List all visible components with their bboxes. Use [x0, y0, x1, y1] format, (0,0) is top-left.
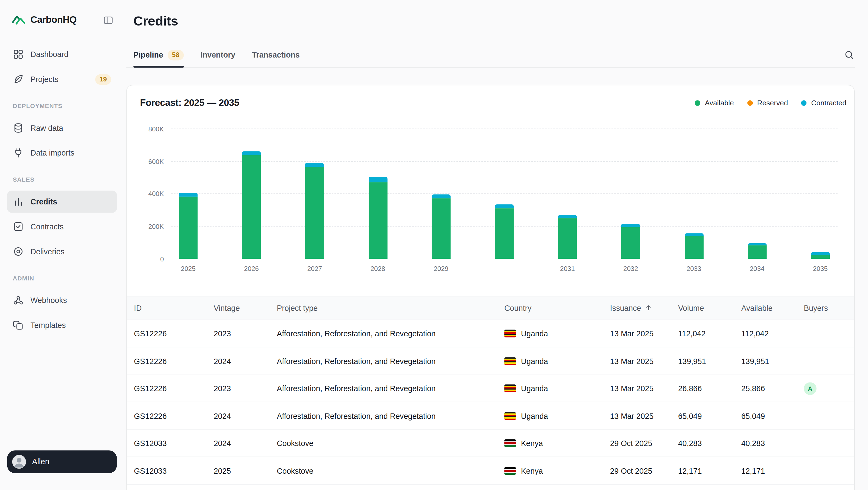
app-logo[interactable]: CarbonHQ — [11, 12, 77, 27]
column-header-issuance[interactable]: Issuance — [610, 304, 678, 313]
cell-issuance: 29 Oct 2025 — [610, 466, 678, 475]
sidebar-item-label: Templates — [30, 321, 66, 330]
x-axis-label: 2026 — [244, 265, 259, 272]
tabs-bar: Pipeline58InventoryTransactions — [126, 43, 855, 67]
legend-label: Reserved — [757, 99, 788, 107]
bar-2025[interactable]: 2025 — [179, 193, 197, 259]
sidebar-item-label: Raw data — [30, 123, 63, 133]
legend-item-reserved[interactable]: Reserved — [747, 99, 788, 107]
table-row[interactable]: GS122262023Afforestation, Reforestation,… — [127, 320, 854, 348]
deliveries-icon — [13, 246, 24, 257]
column-header-project-type[interactable]: Project type — [277, 304, 504, 313]
x-axis-label: 2032 — [623, 265, 638, 272]
contracts-icon — [13, 221, 24, 232]
bar-2029[interactable]: 2029 — [432, 194, 450, 259]
sidebar-item-deliveries[interactable]: Deliveries — [7, 240, 117, 263]
cell-volume: 112,042 — [678, 329, 741, 338]
bar-segment-contracted — [242, 151, 261, 155]
kenya-flag-icon — [504, 467, 516, 475]
table-row[interactable]: GS120332024CookstoveKenya29 Oct 202540,2… — [127, 430, 854, 457]
cell-available: 65,049 — [741, 411, 804, 421]
database-icon — [13, 122, 24, 134]
sidebar-item-contracts[interactable]: Contracts — [7, 215, 117, 238]
tab-pipeline[interactable]: Pipeline58 — [133, 43, 184, 67]
import-icon — [13, 147, 24, 158]
cell-id: GS12226 — [134, 329, 214, 338]
chart-title: Forecast: 2025 — 2035 — [140, 97, 239, 109]
bar-2034[interactable]: 2034 — [748, 243, 766, 259]
bar-segment-contracted — [811, 252, 830, 255]
cell-issuance: 13 Mar 2025 — [610, 329, 678, 338]
sidebar-item-dashboard[interactable]: Dashboard — [7, 43, 117, 65]
cell-vintage: 2024 — [214, 439, 277, 448]
tab-inventory[interactable]: Inventory — [200, 43, 236, 67]
bar-stack — [495, 204, 514, 259]
country-name: Uganda — [521, 329, 548, 338]
bar-2035[interactable]: 2035 — [811, 252, 830, 259]
table-row[interactable]: GS120332025CookstoveKenya29 Oct 202512,1… — [127, 457, 854, 485]
user-menu[interactable]: Allen — [7, 450, 117, 473]
sidebar-item-projects[interactable]: Projects19 — [7, 68, 117, 90]
bar-2032[interactable]: 2032 — [621, 224, 640, 259]
templates-icon — [13, 320, 24, 331]
cell-issuance: 29 Oct 2025 — [610, 439, 678, 448]
y-axis-tick: 0 — [160, 255, 164, 263]
bar-2027[interactable]: 2027 — [305, 163, 324, 259]
bar-segment-available — [748, 246, 766, 259]
cell-project-type: Afforestation, Reforestation, and Revege… — [277, 357, 504, 366]
sidebar-item-credits[interactable]: Credits — [7, 191, 117, 213]
sidebar-item-raw-data[interactable]: Raw data — [7, 117, 117, 139]
sidebar-item-data-imports[interactable]: Data imports — [7, 142, 117, 164]
sidebar-item-label: Data imports — [30, 148, 74, 157]
cell-vintage: 2025 — [214, 466, 277, 475]
tab-transactions[interactable]: Transactions — [252, 43, 300, 67]
bar-2030[interactable] — [495, 204, 514, 259]
bar-stack — [179, 193, 197, 259]
cell-volume: 65,049 — [678, 411, 741, 421]
legend-item-contracted[interactable]: Contracted — [801, 99, 846, 107]
cell-issuance: 13 Mar 2025 — [610, 357, 678, 366]
cell-id: GS12226 — [134, 384, 214, 393]
legend-label: Available — [705, 99, 734, 107]
bar-2028[interactable]: 2028 — [368, 176, 387, 259]
y-axis-tick: 600K — [148, 158, 164, 166]
search-icon[interactable] — [839, 45, 859, 65]
column-header-available[interactable]: Available — [741, 304, 804, 313]
cell-project-type: Cookstove — [277, 439, 504, 448]
bar-2031[interactable]: 2031 — [558, 215, 577, 259]
gridline: 0 — [171, 259, 838, 259]
table-row[interactable]: GS122262023Afforestation, Reforestation,… — [127, 375, 854, 403]
sidebar-toggle-icon[interactable] — [100, 12, 116, 28]
bar-stack — [811, 252, 830, 259]
y-axis-tick: 400K — [148, 190, 164, 198]
column-header-id[interactable]: ID — [134, 304, 214, 313]
x-axis-label: 2033 — [686, 265, 701, 272]
legend-item-available[interactable]: Available — [695, 99, 734, 107]
country-name: Uganda — [521, 357, 548, 366]
column-header-vintage[interactable]: Vintage — [214, 304, 277, 313]
sidebar-header: CarbonHQ — [7, 0, 117, 40]
cell-country: Kenya — [504, 439, 610, 448]
bar-segment-contracted — [432, 194, 450, 198]
sidebar-section-title: DEPLOYMENTS — [13, 103, 111, 109]
uganda-flag-icon — [504, 357, 516, 365]
cell-country: Uganda — [504, 357, 610, 366]
sidebar-item-templates[interactable]: Templates — [7, 314, 117, 336]
column-header-volume[interactable]: Volume — [678, 304, 741, 313]
sidebar-item-webhooks[interactable]: Webhooks — [7, 289, 117, 311]
bar-segment-contracted — [495, 204, 514, 208]
chart-plot: 800K600K400K200K0 2025202620272028202920… — [171, 128, 838, 259]
bar-stack — [621, 224, 640, 259]
country-name: Uganda — [521, 411, 548, 421]
cell-country: Uganda — [504, 411, 610, 421]
column-header-buyers[interactable]: Buyers — [804, 304, 854, 313]
bar-2033[interactable]: 2033 — [684, 233, 703, 259]
table-row[interactable]: GS122262024Afforestation, Reforestation,… — [127, 403, 854, 430]
bar-stack — [684, 233, 703, 259]
buyer-avatar: A — [804, 382, 816, 395]
column-header-country[interactable]: Country — [504, 304, 610, 313]
bar-2026[interactable]: 2026 — [242, 151, 261, 259]
bar-segment-available — [305, 167, 324, 259]
bar-segment-available — [432, 198, 450, 259]
table-row[interactable]: GS122262024Afforestation, Reforestation,… — [127, 348, 854, 375]
